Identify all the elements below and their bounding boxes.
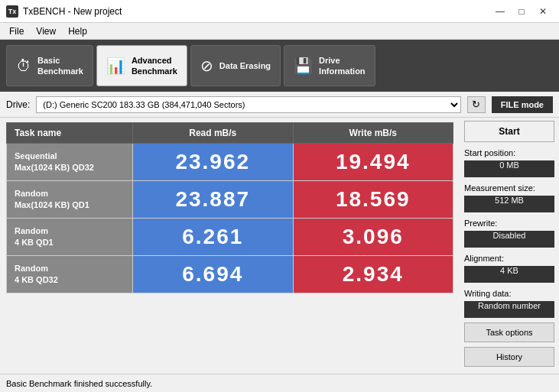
table-row: SequentialMax(1024 KB) QD3223.96219.494 bbox=[7, 144, 453, 181]
minimize-button[interactable]: — bbox=[490, 4, 510, 19]
write-cell: 18.569 bbox=[293, 181, 453, 219]
measurement-size-value: 512 MB bbox=[464, 196, 554, 212]
task-cell: RandomMax(1024 KB) QD1 bbox=[7, 181, 133, 219]
task-label: RandomMax(1024 KB) QD1 bbox=[15, 189, 89, 209]
status-message: Basic Benchmark finished successfully. bbox=[6, 379, 152, 388]
toolbar-advanced-benchmark[interactable]: 📊 AdvancedBenchmark bbox=[96, 45, 187, 86]
writing-data-label: Writing data: bbox=[464, 289, 554, 298]
drive-information-label: DriveInformation bbox=[319, 55, 366, 77]
alignment-value: 4 KB bbox=[464, 266, 554, 283]
toolbar: ⏱ BasicBenchmark 📊 AdvancedBenchmark ⊘ D… bbox=[0, 40, 559, 92]
writing-data-value: Random number bbox=[464, 301, 554, 318]
start-button[interactable]: Start bbox=[464, 121, 554, 142]
task-cell: Random4 KB QD32 bbox=[7, 256, 133, 293]
file-mode-button[interactable]: FILE mode bbox=[492, 96, 553, 113]
write-cell: 2.934 bbox=[293, 256, 453, 293]
read-cell: 6.694 bbox=[133, 256, 294, 293]
titlebar-title: TxBENCH - New project bbox=[23, 6, 122, 17]
right-panel: Start Start position: 0 MB Measurement s… bbox=[460, 118, 559, 374]
toolbar-drive-information[interactable]: 💾 DriveInformation bbox=[284, 45, 375, 86]
write-cell: 3.096 bbox=[293, 219, 453, 256]
start-position-value: 0 MB bbox=[464, 160, 554, 177]
write-value: 3.096 bbox=[294, 219, 453, 255]
read-value: 23.962 bbox=[133, 144, 293, 180]
drive-label: Drive: bbox=[6, 99, 30, 110]
menu-view[interactable]: View bbox=[30, 24, 62, 38]
titlebar-left: Tx TxBENCH - New project bbox=[6, 5, 122, 18]
col-write: Write mB/s bbox=[293, 123, 453, 144]
basic-benchmark-icon: ⏱ bbox=[16, 57, 31, 75]
drive-information-icon: 💾 bbox=[294, 57, 313, 75]
write-cell: 19.494 bbox=[293, 144, 453, 181]
advanced-benchmark-label: AdvancedBenchmark bbox=[132, 55, 177, 77]
toolbar-basic-benchmark[interactable]: ⏱ BasicBenchmark bbox=[6, 45, 93, 86]
main-area: Task name Read mB/s Write mB/s Sequentia… bbox=[0, 118, 559, 374]
results-area: Task name Read mB/s Write mB/s Sequentia… bbox=[0, 118, 460, 374]
history-button[interactable]: History bbox=[464, 347, 554, 367]
read-cell: 23.887 bbox=[133, 181, 294, 219]
start-position-label: Start position: bbox=[464, 148, 554, 157]
col-task-name: Task name bbox=[7, 123, 133, 144]
toolbar-data-erasing[interactable]: ⊘ Data Erasing bbox=[190, 45, 281, 86]
read-value: 6.694 bbox=[133, 256, 293, 293]
close-button[interactable]: ✕ bbox=[533, 4, 553, 19]
measurement-size-label: Measurement size: bbox=[464, 183, 554, 193]
read-value: 23.887 bbox=[133, 181, 293, 218]
drive-select[interactable]: (D:) Generic SC200 183.33 GB (384,471,04… bbox=[36, 96, 460, 113]
write-value: 2.934 bbox=[294, 256, 453, 293]
titlebar: Tx TxBENCH - New project — □ ✕ bbox=[0, 0, 559, 23]
menu-file[interactable]: File bbox=[3, 24, 30, 38]
data-erasing-label: Data Erasing bbox=[219, 60, 271, 71]
task-cell: Random4 KB QD1 bbox=[7, 219, 133, 256]
app-icon: Tx bbox=[6, 5, 18, 18]
results-table: Task name Read mB/s Write mB/s Sequentia… bbox=[6, 122, 453, 293]
titlebar-controls: — □ ✕ bbox=[490, 4, 553, 19]
read-cell: 23.962 bbox=[133, 144, 294, 181]
write-value: 18.569 bbox=[294, 181, 453, 218]
drivebar: Drive: (D:) Generic SC200 183.33 GB (384… bbox=[0, 92, 559, 118]
data-erasing-icon: ⊘ bbox=[200, 57, 213, 75]
task-cell: SequentialMax(1024 KB) QD32 bbox=[7, 144, 133, 181]
task-label: Random4 KB QD1 bbox=[15, 226, 54, 247]
table-row: Random4 KB QD326.6942.934 bbox=[7, 256, 453, 293]
drive-refresh-button[interactable]: ↻ bbox=[467, 96, 486, 113]
table-row: Random4 KB QD16.2613.096 bbox=[7, 219, 453, 256]
read-cell: 6.261 bbox=[133, 219, 294, 256]
basic-benchmark-label: BasicBenchmark bbox=[37, 55, 83, 77]
read-value: 6.261 bbox=[133, 219, 293, 255]
col-read: Read mB/s bbox=[133, 123, 294, 144]
advanced-benchmark-icon: 📊 bbox=[106, 57, 125, 75]
task-options-button[interactable]: Task options bbox=[464, 322, 554, 342]
statusbar: Basic Benchmark finished successfully. bbox=[0, 374, 559, 392]
menubar: File View Help bbox=[0, 23, 559, 40]
maximize-button[interactable]: □ bbox=[512, 4, 531, 19]
alignment-label: Alignment: bbox=[464, 254, 554, 263]
write-value: 19.494 bbox=[294, 144, 453, 180]
task-label: SequentialMax(1024 KB) QD32 bbox=[15, 151, 94, 172]
table-row: RandomMax(1024 KB) QD123.88718.569 bbox=[7, 181, 453, 219]
prewrite-label: Prewrite: bbox=[464, 219, 554, 228]
menu-help[interactable]: Help bbox=[62, 24, 93, 38]
prewrite-value: Disabled bbox=[464, 231, 554, 248]
task-label: Random4 KB QD32 bbox=[15, 264, 58, 284]
